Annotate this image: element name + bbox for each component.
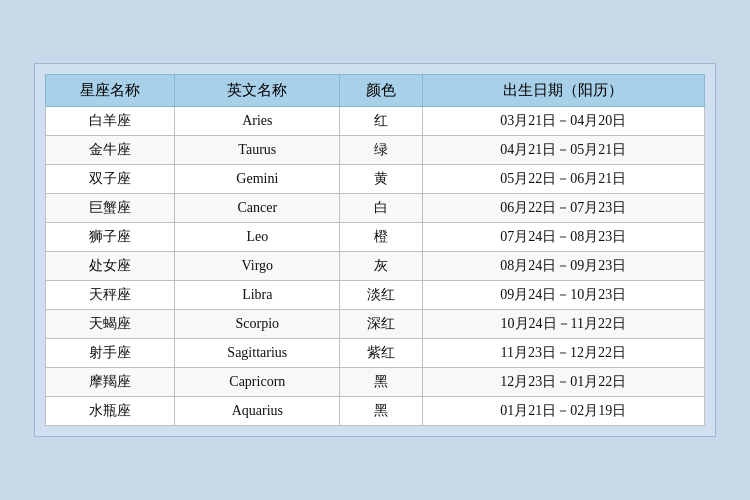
cell-chinese: 水瓶座	[46, 397, 175, 426]
cell-english: Capricorn	[175, 368, 340, 397]
cell-chinese: 处女座	[46, 252, 175, 281]
cell-english: Sagittarius	[175, 339, 340, 368]
cell-color: 黄	[340, 165, 422, 194]
cell-date: 07月24日－08月23日	[422, 223, 704, 252]
table-row: 巨蟹座Cancer白06月22日－07月23日	[46, 194, 705, 223]
cell-english: Aries	[175, 107, 340, 136]
table-row: 摩羯座Capricorn黑12月23日－01月22日	[46, 368, 705, 397]
cell-color: 紫红	[340, 339, 422, 368]
cell-english: Gemini	[175, 165, 340, 194]
zodiac-table-container: 星座名称 英文名称 颜色 出生日期（阳历） 白羊座Aries红03月21日－04…	[34, 63, 716, 437]
cell-chinese: 双子座	[46, 165, 175, 194]
table-row: 水瓶座Aquarius黑01月21日－02月19日	[46, 397, 705, 426]
cell-english: Virgo	[175, 252, 340, 281]
cell-color: 灰	[340, 252, 422, 281]
cell-date: 11月23日－12月22日	[422, 339, 704, 368]
cell-date: 01月21日－02月19日	[422, 397, 704, 426]
cell-color: 白	[340, 194, 422, 223]
table-row: 射手座Sagittarius紫红11月23日－12月22日	[46, 339, 705, 368]
cell-chinese: 天秤座	[46, 281, 175, 310]
cell-english: Aquarius	[175, 397, 340, 426]
table-row: 天蝎座Scorpio深红10月24日－11月22日	[46, 310, 705, 339]
cell-chinese: 天蝎座	[46, 310, 175, 339]
cell-english: Libra	[175, 281, 340, 310]
header-color: 颜色	[340, 75, 422, 107]
cell-chinese: 狮子座	[46, 223, 175, 252]
cell-color: 红	[340, 107, 422, 136]
cell-date: 10月24日－11月22日	[422, 310, 704, 339]
table-row: 金牛座Taurus绿04月21日－05月21日	[46, 136, 705, 165]
cell-date: 09月24日－10月23日	[422, 281, 704, 310]
cell-color: 深红	[340, 310, 422, 339]
header-english: 英文名称	[175, 75, 340, 107]
table-row: 天秤座Libra淡红09月24日－10月23日	[46, 281, 705, 310]
cell-date: 12月23日－01月22日	[422, 368, 704, 397]
cell-chinese: 巨蟹座	[46, 194, 175, 223]
cell-english: Leo	[175, 223, 340, 252]
cell-color: 黑	[340, 368, 422, 397]
cell-english: Taurus	[175, 136, 340, 165]
cell-color: 淡红	[340, 281, 422, 310]
table-row: 双子座Gemini黄05月22日－06月21日	[46, 165, 705, 194]
table-row: 处女座Virgo灰08月24日－09月23日	[46, 252, 705, 281]
cell-date: 06月22日－07月23日	[422, 194, 704, 223]
cell-color: 橙	[340, 223, 422, 252]
header-date: 出生日期（阳历）	[422, 75, 704, 107]
cell-date: 03月21日－04月20日	[422, 107, 704, 136]
cell-date: 04月21日－05月21日	[422, 136, 704, 165]
cell-chinese: 摩羯座	[46, 368, 175, 397]
cell-english: Scorpio	[175, 310, 340, 339]
cell-chinese: 射手座	[46, 339, 175, 368]
cell-chinese: 金牛座	[46, 136, 175, 165]
cell-color: 绿	[340, 136, 422, 165]
cell-date: 08月24日－09月23日	[422, 252, 704, 281]
cell-color: 黑	[340, 397, 422, 426]
cell-chinese: 白羊座	[46, 107, 175, 136]
table-row: 狮子座Leo橙07月24日－08月23日	[46, 223, 705, 252]
table-row: 白羊座Aries红03月21日－04月20日	[46, 107, 705, 136]
cell-english: Cancer	[175, 194, 340, 223]
header-chinese: 星座名称	[46, 75, 175, 107]
zodiac-table: 星座名称 英文名称 颜色 出生日期（阳历） 白羊座Aries红03月21日－04…	[45, 74, 705, 426]
cell-date: 05月22日－06月21日	[422, 165, 704, 194]
